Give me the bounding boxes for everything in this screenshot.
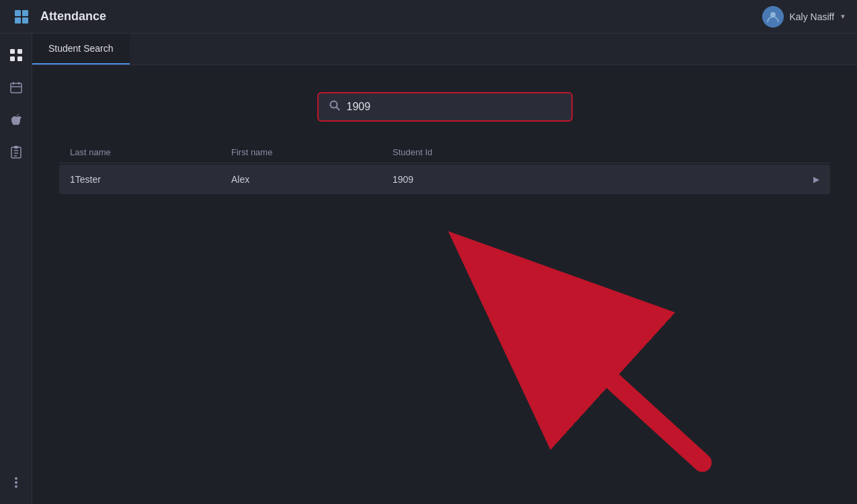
app-title: Attendance — [40, 9, 762, 24]
annotation-area — [32, 194, 857, 504]
svg-rect-6 — [17, 49, 22, 54]
svg-point-20 — [15, 485, 17, 488]
svg-line-22 — [336, 108, 339, 111]
svg-rect-1 — [22, 10, 28, 16]
svg-point-21 — [330, 101, 337, 108]
cell-student-id: 1909 — [393, 174, 819, 185]
svg-rect-2 — [15, 17, 21, 24]
svg-point-18 — [15, 477, 17, 480]
svg-rect-3 — [22, 17, 28, 24]
topbar: Attendance Kaly Nasiff ▼ — [0, 0, 857, 34]
svg-rect-9 — [11, 83, 22, 93]
main-layout: Student Search Last name First name Stud… — [0, 34, 857, 504]
col-first-name: First name — [231, 147, 393, 157]
cell-last-name: 1Tester — [70, 174, 231, 185]
col-last-name: Last name — [70, 147, 231, 157]
table-header: Last name First name Student Id — [59, 142, 830, 163]
svg-rect-8 — [17, 56, 22, 61]
tab-bar: Student Search — [32, 34, 857, 65]
svg-rect-17 — [14, 146, 18, 149]
cell-first-name: Alex — [231, 174, 393, 185]
search-box — [317, 92, 573, 122]
sidebar-icon-more[interactable] — [3, 469, 30, 496]
student-table: Last name First name Student Id 1Tester … — [32, 142, 857, 194]
app-logo — [11, 6, 32, 28]
svg-rect-5 — [10, 49, 15, 54]
col-student-id: Student Id — [393, 147, 819, 157]
annotation-arrow — [32, 194, 857, 504]
search-area — [32, 65, 857, 142]
table-row[interactable]: 1Tester Alex 1909 ▶ — [59, 165, 830, 194]
tab-student-search[interactable]: Student Search — [32, 34, 130, 65]
chevron-down-icon: ▼ — [840, 13, 846, 20]
sidebar-icon-clipboard[interactable] — [3, 138, 30, 165]
search-icon — [329, 100, 340, 114]
avatar — [762, 6, 784, 28]
sidebar-icon-grid[interactable] — [3, 42, 30, 69]
sidebar-icon-calendar[interactable] — [3, 74, 30, 101]
user-menu[interactable]: Kaly Nasiff ▼ — [762, 6, 846, 28]
svg-line-24 — [476, 256, 702, 462]
search-input[interactable] — [347, 101, 561, 113]
svg-rect-0 — [15, 10, 21, 16]
svg-rect-7 — [10, 56, 15, 61]
sidebar — [0, 34, 32, 504]
user-name: Kaly Nasiff — [789, 11, 834, 22]
svg-point-19 — [15, 481, 17, 484]
sidebar-icon-apple[interactable] — [3, 106, 30, 133]
content-area: Student Search Last name First name Stud… — [32, 34, 857, 504]
row-arrow-icon: ▶ — [813, 175, 819, 184]
